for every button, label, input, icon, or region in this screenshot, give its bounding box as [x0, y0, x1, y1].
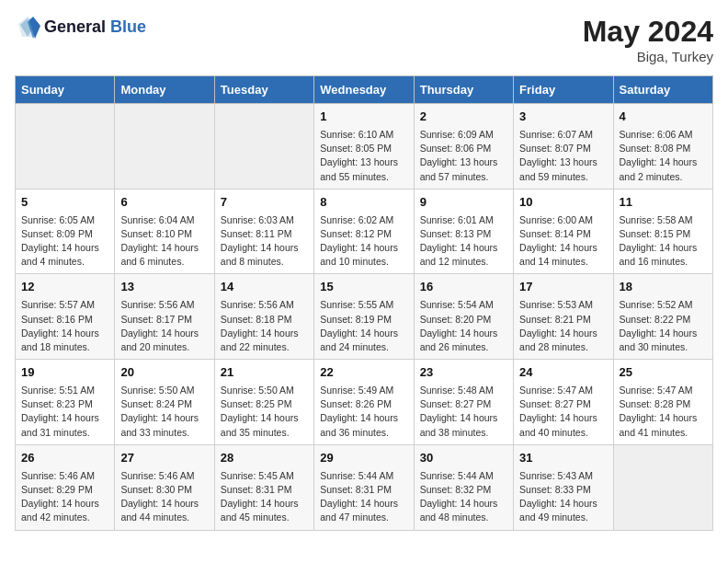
day-info: Sunrise: 5:47 AMSunset: 8:27 PMDaylight:…	[519, 384, 607, 440]
logo-text: General Blue	[44, 18, 146, 37]
calendar-cell: 2Sunrise: 6:09 AMSunset: 8:06 PMDaylight…	[414, 104, 513, 190]
calendar-cell: 27Sunrise: 5:46 AMSunset: 8:30 PMDayligh…	[115, 444, 214, 530]
calendar-cell: 7Sunrise: 6:03 AMSunset: 8:11 PMDaylight…	[214, 189, 313, 274]
calendar-cell: 10Sunrise: 6:00 AMSunset: 8:14 PMDayligh…	[514, 189, 613, 274]
day-info: Sunrise: 5:53 AMSunset: 8:21 PMDaylight:…	[519, 298, 607, 354]
calendar-cell: 25Sunrise: 5:47 AMSunset: 8:28 PMDayligh…	[613, 360, 712, 445]
day-number: 25	[620, 364, 707, 382]
day-info: Sunrise: 5:48 AMSunset: 8:27 PMDaylight:…	[420, 384, 507, 440]
day-number: 5	[21, 194, 108, 212]
day-info: Sunrise: 6:04 AMSunset: 8:10 PMDaylight:…	[120, 213, 208, 270]
logo-icon	[15, 15, 40, 40]
calendar-cell	[115, 104, 214, 190]
calendar-cell: 15Sunrise: 5:55 AMSunset: 8:19 PMDayligh…	[314, 274, 414, 360]
day-info: Sunrise: 5:46 AMSunset: 8:30 PMDaylight:…	[120, 469, 208, 525]
calendar-row: 19Sunrise: 5:51 AMSunset: 8:23 PMDayligh…	[16, 360, 713, 445]
calendar-cell: 16Sunrise: 5:54 AMSunset: 8:20 PMDayligh…	[414, 274, 513, 360]
day-number: 30	[420, 450, 507, 467]
calendar-cell: 29Sunrise: 5:44 AMSunset: 8:31 PMDayligh…	[314, 444, 414, 530]
day-info: Sunrise: 5:51 AMSunset: 8:23 PMDaylight:…	[21, 384, 108, 440]
calendar-cell: 28Sunrise: 5:45 AMSunset: 8:31 PMDayligh…	[214, 444, 313, 530]
day-info: Sunrise: 6:00 AMSunset: 8:14 PMDaylight:…	[519, 213, 607, 270]
day-info: Sunrise: 6:07 AMSunset: 8:07 PMDaylight:…	[519, 128, 607, 184]
calendar-cell: 18Sunrise: 5:52 AMSunset: 8:22 PMDayligh…	[613, 274, 712, 360]
day-info: Sunrise: 6:01 AMSunset: 8:13 PMDaylight:…	[420, 213, 507, 270]
day-info: Sunrise: 6:02 AMSunset: 8:12 PMDaylight:…	[320, 213, 407, 270]
location: Biga, Turkey	[583, 49, 713, 64]
day-number: 18	[620, 279, 707, 296]
day-number: 29	[320, 450, 407, 467]
day-info: Sunrise: 6:03 AMSunset: 8:11 PMDaylight:…	[221, 213, 308, 270]
calendar-cell: 9Sunrise: 6:01 AMSunset: 8:13 PMDaylight…	[414, 189, 513, 274]
calendar-cell: 30Sunrise: 5:44 AMSunset: 8:32 PMDayligh…	[414, 444, 513, 530]
day-info: Sunrise: 5:49 AMSunset: 8:26 PMDaylight:…	[320, 384, 407, 440]
weekday-header: Monday	[115, 76, 214, 104]
calendar-cell: 19Sunrise: 5:51 AMSunset: 8:23 PMDayligh…	[16, 360, 115, 445]
day-number: 2	[420, 109, 507, 126]
weekday-header: Friday	[514, 76, 613, 104]
day-number: 28	[221, 450, 308, 467]
calendar-cell: 11Sunrise: 5:58 AMSunset: 8:15 PMDayligh…	[613, 189, 712, 274]
day-number: 1	[320, 109, 407, 126]
day-number: 15	[320, 279, 407, 296]
weekday-header: Saturday	[613, 76, 712, 104]
day-info: Sunrise: 5:56 AMSunset: 8:18 PMDaylight:…	[221, 298, 308, 354]
day-number: 6	[120, 194, 208, 212]
calendar-row: 1Sunrise: 6:10 AMSunset: 8:05 PMDaylight…	[16, 104, 713, 190]
calendar-cell: 17Sunrise: 5:53 AMSunset: 8:21 PMDayligh…	[514, 274, 613, 360]
calendar-cell: 24Sunrise: 5:47 AMSunset: 8:27 PMDayligh…	[514, 360, 613, 445]
day-number: 9	[420, 194, 507, 212]
day-info: Sunrise: 5:44 AMSunset: 8:31 PMDaylight:…	[320, 469, 407, 525]
calendar-cell	[613, 444, 712, 530]
day-number: 7	[221, 194, 308, 212]
calendar-cell: 6Sunrise: 6:04 AMSunset: 8:10 PMDaylight…	[115, 189, 214, 274]
day-info: Sunrise: 5:50 AMSunset: 8:25 PMDaylight:…	[221, 384, 308, 440]
day-info: Sunrise: 5:54 AMSunset: 8:20 PMDaylight:…	[420, 298, 507, 354]
calendar-cell: 1Sunrise: 6:10 AMSunset: 8:05 PMDaylight…	[314, 104, 414, 190]
calendar-cell: 12Sunrise: 5:57 AMSunset: 8:16 PMDayligh…	[16, 274, 115, 360]
calendar-cell: 31Sunrise: 5:43 AMSunset: 8:33 PMDayligh…	[514, 444, 613, 530]
calendar-cell	[214, 104, 313, 190]
calendar-cell: 21Sunrise: 5:50 AMSunset: 8:25 PMDayligh…	[214, 360, 313, 445]
day-number: 14	[221, 279, 308, 296]
day-number: 20	[120, 364, 208, 382]
day-info: Sunrise: 5:57 AMSunset: 8:16 PMDaylight:…	[21, 298, 108, 354]
calendar-header: SundayMondayTuesdayWednesdayThursdayFrid…	[16, 76, 713, 104]
calendar-cell: 14Sunrise: 5:56 AMSunset: 8:18 PMDayligh…	[214, 274, 313, 360]
day-info: Sunrise: 6:10 AMSunset: 8:05 PMDaylight:…	[320, 128, 407, 184]
day-info: Sunrise: 5:46 AMSunset: 8:29 PMDaylight:…	[21, 469, 108, 525]
day-number: 27	[120, 450, 208, 467]
day-info: Sunrise: 5:43 AMSunset: 8:33 PMDaylight:…	[519, 469, 607, 525]
title-block: May 2024 Biga, Turkey	[583, 15, 713, 64]
day-info: Sunrise: 5:55 AMSunset: 8:19 PMDaylight:…	[320, 298, 407, 354]
calendar-row: 26Sunrise: 5:46 AMSunset: 8:29 PMDayligh…	[16, 444, 713, 530]
weekday-header: Sunday	[16, 76, 115, 104]
day-info: Sunrise: 5:44 AMSunset: 8:32 PMDaylight:…	[420, 469, 507, 525]
day-number: 16	[420, 279, 507, 296]
calendar-cell: 26Sunrise: 5:46 AMSunset: 8:29 PMDayligh…	[16, 444, 115, 530]
day-info: Sunrise: 5:56 AMSunset: 8:17 PMDaylight:…	[120, 298, 208, 354]
calendar-body: 1Sunrise: 6:10 AMSunset: 8:05 PMDaylight…	[16, 104, 713, 531]
weekday-header: Thursday	[414, 76, 513, 104]
calendar-cell: 13Sunrise: 5:56 AMSunset: 8:17 PMDayligh…	[115, 274, 214, 360]
calendar-row: 5Sunrise: 6:05 AMSunset: 8:09 PMDaylight…	[16, 189, 713, 274]
day-info: Sunrise: 5:45 AMSunset: 8:31 PMDaylight:…	[221, 469, 308, 525]
day-number: 22	[320, 364, 407, 382]
day-number: 19	[21, 364, 108, 382]
day-number: 3	[519, 109, 607, 126]
calendar-cell: 3Sunrise: 6:07 AMSunset: 8:07 PMDaylight…	[514, 104, 613, 190]
day-info: Sunrise: 5:58 AMSunset: 8:15 PMDaylight:…	[620, 213, 707, 270]
day-number: 24	[519, 364, 607, 382]
day-number: 13	[120, 279, 208, 296]
calendar-cell: 5Sunrise: 6:05 AMSunset: 8:09 PMDaylight…	[16, 189, 115, 274]
calendar-cell: 23Sunrise: 5:48 AMSunset: 8:27 PMDayligh…	[414, 360, 513, 445]
day-number: 31	[519, 450, 607, 467]
calendar-table: SundayMondayTuesdayWednesdayThursdayFrid…	[15, 75, 713, 531]
month-title: May 2024	[583, 15, 713, 49]
day-info: Sunrise: 6:05 AMSunset: 8:09 PMDaylight:…	[21, 213, 108, 270]
day-number: 12	[21, 279, 108, 296]
calendar-cell	[16, 104, 115, 190]
logo: General Blue	[15, 15, 146, 40]
day-number: 10	[519, 194, 607, 212]
calendar-cell: 20Sunrise: 5:50 AMSunset: 8:24 PMDayligh…	[115, 360, 214, 445]
